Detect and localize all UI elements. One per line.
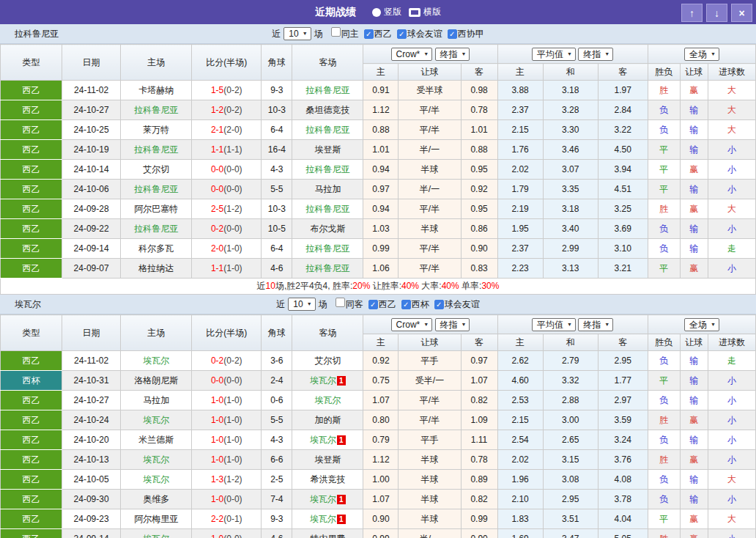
avg-stage-select[interactable]: 终指▼ xyxy=(578,318,613,331)
odds-provider-select[interactable]: Crow*▼ xyxy=(391,48,433,61)
avg-away-odds: 4.04 xyxy=(598,509,648,529)
corner-count: 3-6 xyxy=(262,351,292,371)
filter-checkbox[interactable] xyxy=(336,298,345,307)
filter-checkbox-label: 同客 xyxy=(346,299,363,309)
filter-checkbox[interactable]: ✓ xyxy=(364,29,374,39)
filter-checkbox[interactable]: ✓ xyxy=(434,300,444,309)
home-team[interactable]: 拉科鲁尼亚 xyxy=(121,180,192,199)
avg-away-odds: 4.08 xyxy=(598,470,648,490)
result-goals: 小 xyxy=(708,450,755,470)
match-row: 西乙 24-10-06 拉科鲁尼亚 0-0(0-0) 5-5 马拉加 0.97 … xyxy=(1,180,756,199)
avg-source-select[interactable]: 平均值▼ xyxy=(532,48,576,61)
avg-draw-odds: 2.99 xyxy=(543,239,598,259)
away-odds: 0.95 xyxy=(461,199,497,219)
away-team[interactable]: 拉科鲁尼亚 xyxy=(292,239,363,259)
home-team[interactable]: 埃瓦尔 xyxy=(121,450,192,470)
home-team[interactable]: 埃瓦尔 xyxy=(121,410,192,430)
filter-checkbox[interactable]: ✓ xyxy=(397,29,407,39)
competition-badge: 西乙 xyxy=(1,120,62,140)
filter-checkbox[interactable]: ✓ xyxy=(448,29,457,39)
match-date: 24-10-24 xyxy=(62,410,121,430)
avg-home-odds: 1.83 xyxy=(497,509,543,529)
home-odds: 1.01 xyxy=(363,140,399,160)
competition-badge: 西乙 xyxy=(1,100,62,120)
avg-home-odds: 2.10 xyxy=(497,490,543,509)
competition-badge: 西乙 xyxy=(1,160,62,180)
away-odds: 0.86 xyxy=(461,219,497,239)
home-team[interactable]: 拉科鲁尼亚 xyxy=(121,140,192,160)
avg-source-select[interactable]: 平均值▼ xyxy=(532,318,576,331)
avg-home-odds: 2.37 xyxy=(497,100,543,120)
layout-radio[interactable] xyxy=(372,8,381,17)
filter-checkbox[interactable]: ✓ xyxy=(368,300,378,309)
away-odds: 0.78 xyxy=(461,450,497,470)
home-odds: 0.79 xyxy=(363,430,399,450)
handicap-line: 半球 xyxy=(399,219,461,239)
away-team[interactable]: 埃瓦尔 xyxy=(292,391,363,410)
away-team[interactable]: 埃瓦尔1 xyxy=(292,371,363,391)
sub-handicap-result: 让球 xyxy=(680,334,708,351)
odds-provider-select[interactable]: Crow*▼ xyxy=(391,318,433,331)
away-team[interactable]: 拉科鲁尼亚 xyxy=(292,259,363,279)
filter-checkbox[interactable] xyxy=(331,27,341,37)
avg-home-odds: 2.62 xyxy=(497,351,543,371)
avg-away-odds: 4.50 xyxy=(598,140,648,160)
away-team[interactable]: 拉科鲁尼亚 xyxy=(292,160,363,180)
filter-checkbox[interactable]: ✓ xyxy=(401,300,411,309)
avg-away-odds: 2.95 xyxy=(598,351,648,371)
result-goals: 大 xyxy=(708,470,755,490)
home-odds: 0.80 xyxy=(363,410,399,430)
home-odds: 1.12 xyxy=(363,450,399,470)
fulltime-select[interactable]: 全场▼ xyxy=(684,318,719,331)
result-goals: 小 xyxy=(708,391,755,410)
handicap-line: 平/半 xyxy=(399,391,461,410)
avg-draw-odds: 3.40 xyxy=(543,219,598,239)
avg-group-header: 平均值▼ 终指▼ xyxy=(497,45,648,64)
avg-draw-odds: 3.51 xyxy=(543,509,598,529)
away-team[interactable]: 拉科鲁尼亚 xyxy=(292,81,363,100)
competition-badge: 西乙 xyxy=(1,180,62,199)
away-odds: 1.11 xyxy=(461,430,497,450)
sub-avg-draw: 和 xyxy=(543,64,598,81)
away-team[interactable]: 埃瓦尔1 xyxy=(292,430,363,450)
away-team[interactable]: 拉科鲁尼亚 xyxy=(292,120,363,140)
handicap-line: 受半球 xyxy=(399,81,461,100)
near-label: 近 xyxy=(276,298,285,311)
away-team[interactable]: 拉科鲁尼亚 xyxy=(292,199,363,219)
away-team: 桑坦德竞技 xyxy=(292,100,363,120)
away-team[interactable]: 埃瓦尔1 xyxy=(292,490,363,509)
recent-count-select[interactable]: 10▼ xyxy=(284,27,311,40)
avg-home-odds: 2.37 xyxy=(497,239,543,259)
home-team[interactable]: 埃瓦尔 xyxy=(121,351,192,371)
competition-badge: 西乙 xyxy=(1,219,62,239)
home-team[interactable]: 埃瓦尔 xyxy=(121,529,192,538)
odds-stage-select[interactable]: 终指▼ xyxy=(435,48,470,61)
home-team[interactable]: 埃瓦尔 xyxy=(121,470,192,490)
result-goals: 小 xyxy=(708,410,755,430)
recent-count-select[interactable]: 10▼ xyxy=(288,298,315,311)
filter-checkbox-label: 同主 xyxy=(341,29,359,39)
close-button[interactable]: × xyxy=(731,4,752,22)
fulltime-select[interactable]: 全场▼ xyxy=(684,48,719,61)
odds-stage-select[interactable]: 终指▼ xyxy=(435,318,470,331)
move-down-button[interactable]: ↓ xyxy=(706,4,727,22)
competition-badge: 西杯 xyxy=(1,371,62,391)
layout-radio[interactable] xyxy=(409,8,420,17)
sub-handicap: 让球 xyxy=(399,64,461,81)
match-date: 24-10-27 xyxy=(62,100,121,120)
move-up-button[interactable]: ↑ xyxy=(681,4,703,22)
match-row: 西乙 24-10-13 埃瓦尔 1-0(1-0) 6-6 埃登斯 1.12 半球… xyxy=(1,450,756,470)
result-outcome: 负 xyxy=(648,391,680,410)
result-goals: 大 xyxy=(708,199,755,219)
avg-stage-select[interactable]: 终指▼ xyxy=(578,48,613,61)
sub-avg-draw: 和 xyxy=(543,334,598,351)
avg-draw-odds: 3.07 xyxy=(543,160,598,180)
score-cell: 2-5(1-2) xyxy=(192,199,262,219)
result-outcome: 胜 xyxy=(648,81,680,100)
avg-home-odds: 2.02 xyxy=(497,450,543,470)
filter-bar: 埃瓦尔 近 10▼ 场 同客✓西乙✓西杯✓球会友谊 xyxy=(0,295,756,314)
home-team[interactable]: 拉科鲁尼亚 xyxy=(121,100,192,120)
avg-draw-odds: 3.46 xyxy=(543,140,598,160)
away-team[interactable]: 埃瓦尔1 xyxy=(292,509,363,529)
home-team[interactable]: 拉科鲁尼亚 xyxy=(121,219,192,239)
